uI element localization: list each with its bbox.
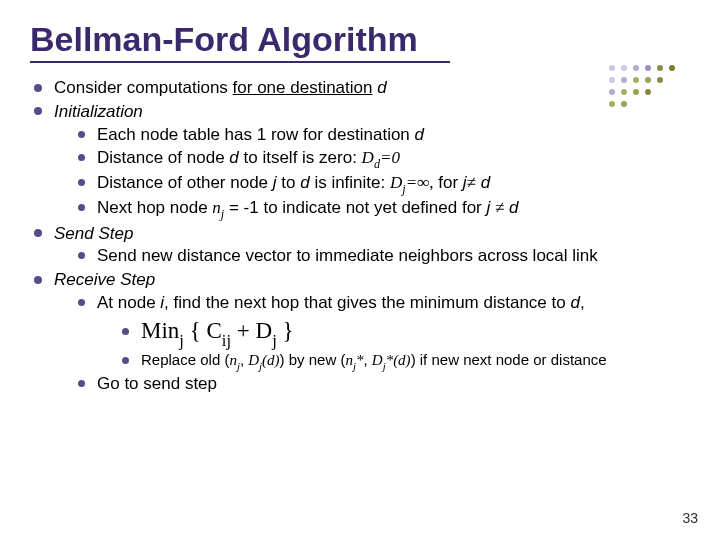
svg-point-5 xyxy=(669,65,675,71)
bullet-icon xyxy=(78,204,85,211)
svg-point-11 xyxy=(609,89,615,95)
svg-point-12 xyxy=(621,89,627,95)
bullet-receive: Receive Step At node i, find the next ho… xyxy=(34,269,690,395)
svg-point-2 xyxy=(633,65,639,71)
slide-title: Bellman-Ford Algorithm xyxy=(30,20,690,59)
text: Distance of node d to itself is zero: Dd… xyxy=(97,148,400,167)
svg-point-3 xyxy=(645,65,651,71)
bullet-min-expr: Minj { Cij + Dj } xyxy=(122,315,690,350)
svg-point-15 xyxy=(609,101,615,107)
text: Replace old (nj, Dj(d)) by new (nj*, Dj*… xyxy=(141,351,607,368)
decorative-dots xyxy=(606,62,676,112)
text: Next hop node nj = -1 to indicate not ye… xyxy=(97,198,519,217)
svg-point-10 xyxy=(657,77,663,83)
title-underline xyxy=(30,61,450,63)
bullet-recv-at: At node i, find the next hop that gives … xyxy=(78,292,690,372)
text: Receive Step xyxy=(54,270,155,289)
text: At node i, find the next hop that gives … xyxy=(97,293,585,312)
bullet-consider: Consider computations for one destinatio… xyxy=(34,77,690,100)
bullet-icon xyxy=(34,276,42,284)
text: Each node table has 1 row for destinatio… xyxy=(97,125,424,144)
bullet-list: Consider computations for one destinatio… xyxy=(30,77,690,396)
page-number: 33 xyxy=(682,510,698,526)
bullet-icon xyxy=(34,84,42,92)
svg-point-1 xyxy=(621,65,627,71)
bullet-icon xyxy=(34,107,42,115)
svg-point-13 xyxy=(633,89,639,95)
bullet-icon xyxy=(122,357,129,364)
bullet-icon xyxy=(78,380,85,387)
svg-point-8 xyxy=(633,77,639,83)
bullet-icon xyxy=(122,328,129,335)
bullet-icon xyxy=(78,179,85,186)
bullet-icon xyxy=(78,131,85,138)
text: Consider computations for one destinatio… xyxy=(54,78,387,97)
bullet-send: Send Step Send new distance vector to im… xyxy=(34,223,690,269)
bullet-init-zero: Distance of node d to itself is zero: Dd… xyxy=(78,147,690,172)
svg-point-7 xyxy=(621,77,627,83)
svg-point-14 xyxy=(645,89,651,95)
bullet-init-next: Next hop node nj = -1 to indicate not ye… xyxy=(78,197,690,222)
bullet-icon xyxy=(34,229,42,237)
bullet-icon xyxy=(78,299,85,306)
bullet-init-row: Each node table has 1 row for destinatio… xyxy=(78,124,690,147)
bullet-icon xyxy=(78,154,85,161)
text: Go to send step xyxy=(97,374,217,393)
text: Minj { Cij + Dj } xyxy=(141,318,294,343)
svg-point-16 xyxy=(621,101,627,107)
bullet-init: Initialization Each node table has 1 row… xyxy=(34,101,690,222)
svg-point-0 xyxy=(609,65,615,71)
svg-point-4 xyxy=(657,65,663,71)
bullet-init-inf: Distance of other node j to d is infinit… xyxy=(78,172,690,197)
bullet-replace: Replace old (nj, Dj(d)) by new (nj*, Dj*… xyxy=(122,350,690,373)
bullet-icon xyxy=(78,252,85,259)
bullet-send-sub: Send new distance vector to immediate ne… xyxy=(78,245,690,268)
text: Distance of other node j to d is infinit… xyxy=(97,173,490,192)
bullet-goto: Go to send step xyxy=(78,373,690,396)
svg-point-9 xyxy=(645,77,651,83)
text: Initialization xyxy=(54,102,143,121)
text: Send new distance vector to immediate ne… xyxy=(97,246,598,265)
svg-point-6 xyxy=(609,77,615,83)
slide: Bellman-Ford Algorithm Consider computat… xyxy=(0,0,720,540)
text: Send Step xyxy=(54,224,133,243)
